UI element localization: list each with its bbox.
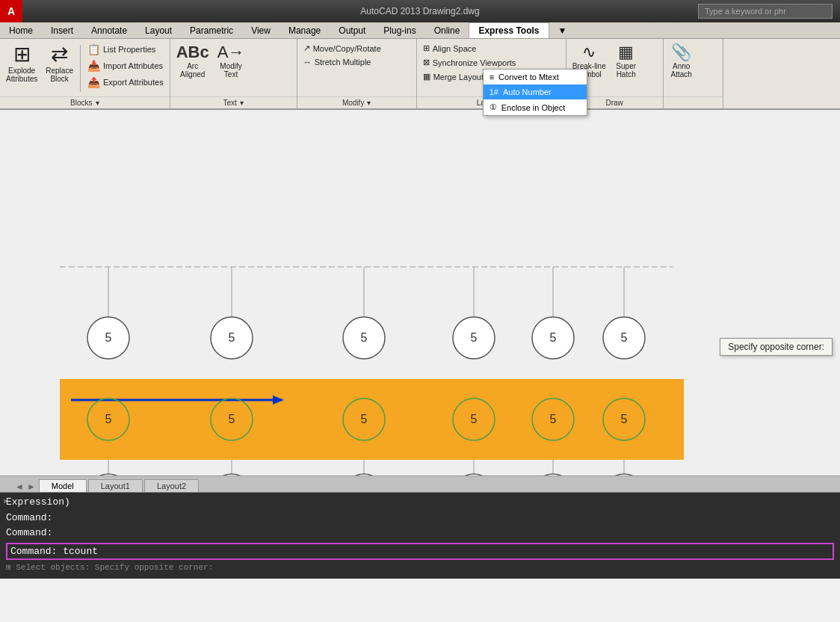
blocks-group-content: ⊞ ExplodeAttributes ⇄ ReplaceBlock 📋 Lis…: [0, 39, 170, 96]
super-hatch-label: SuperHatch: [616, 62, 636, 78]
menubar: Home Insert Annotate Layout Parametric V…: [0, 22, 840, 39]
menu-manage[interactable]: Manage: [280, 22, 330, 38]
cmd-prompt: ⊞ Select objects: Specify opposite corne…: [6, 563, 213, 572]
blocks-group: ⊞ ExplodeAttributes ⇄ ReplaceBlock 📋 Lis…: [0, 39, 170, 108]
convert-to-mtext-item[interactable]: ≡ Convert to Mtext: [484, 70, 587, 84]
svg-text:5: 5: [229, 413, 235, 425]
anno-attach-button[interactable]: 📎 AnnoAttach: [667, 42, 697, 81]
cmd-input-line[interactable]: Command: tcount: [6, 543, 834, 560]
sync-icon: ⊠: [423, 58, 430, 67]
export-icon: 📤: [87, 76, 100, 88]
text-label-text: Text: [223, 99, 237, 107]
anno-group-content: 📎 AnnoAttach: [664, 39, 723, 96]
list-label: List Properties: [103, 45, 155, 54]
merge-icon: ▦: [423, 72, 430, 81]
stretch-multiple-button[interactable]: ↔ Stretch Multiple: [300, 56, 384, 68]
tab-model[interactable]: Model: [39, 479, 87, 492]
blocks-group-label: Blocks ▾: [0, 96, 170, 108]
enclose-icon: ①: [490, 102, 497, 112]
menu-plugins[interactable]: Plug-ins: [374, 22, 424, 38]
explode-attributes-button[interactable]: ⊞ ExplodeAttributes: [3, 42, 40, 85]
import-attributes-button[interactable]: 📥 Import Attributes: [84, 58, 167, 73]
menu-parametric[interactable]: Parametric: [181, 22, 242, 38]
replace-label: ReplaceBlock: [46, 67, 73, 83]
svg-text:5: 5: [550, 331, 557, 344]
text-dropdown-menu: ≡ Convert to Mtext 1# Auto Number ① Encl…: [483, 69, 587, 116]
search-box[interactable]: Type a keyword or phr: [698, 4, 833, 19]
menu-home[interactable]: Home: [0, 22, 42, 38]
super-hatch-icon: ▦: [618, 44, 634, 61]
auto-number-label: Auto Number: [503, 87, 552, 96]
text-group-label: Text ▾: [170, 96, 297, 108]
menu-online[interactable]: Online: [425, 22, 469, 38]
align-space-label: Align Space: [433, 44, 477, 53]
text-group-content: ABc ArcAligned A→ ModifyText: [170, 39, 297, 96]
text-group: ABc ArcAligned A→ ModifyText ≡ Convert t…: [170, 39, 297, 108]
enclose-label: Enclose in Object: [501, 103, 566, 112]
modify-buttons: ↗ Move/Copy/Rotate ↔ Stretch Multiple: [300, 42, 384, 68]
convert-label: Convert to Mtext: [498, 73, 559, 81]
menu-view[interactable]: View: [242, 22, 280, 38]
sync-label: Synchronize Viewports: [433, 58, 516, 67]
anno-group: 📎 AnnoAttach: [664, 39, 723, 108]
break-line-icon: ∿: [582, 44, 596, 61]
command-area: ✕ Expression) Command: Command: Command:…: [0, 493, 840, 579]
svg-rect-20: [60, 379, 684, 460]
enclose-in-object-item[interactable]: ① Enclose in Object: [484, 99, 587, 115]
modify-text-icon: A→: [217, 44, 245, 61]
cmd-line-3: Command:: [6, 526, 834, 541]
cmd-close-button[interactable]: ✕: [3, 496, 8, 507]
autocad-logo: A: [0, 0, 22, 22]
tab-layout2[interactable]: Layout2: [144, 479, 199, 492]
synchronize-viewports-button[interactable]: ⊠ Synchronize Viewports: [420, 56, 519, 69]
svg-text:5: 5: [621, 413, 628, 425]
viewport[interactable]: [-][Top][2D Wireframe] 5 5 5 5 5 5: [0, 110, 840, 476]
export-attributes-button[interactable]: 📤 Export Attributes: [84, 75, 167, 90]
tab-nav-left[interactable]: ◄: [15, 481, 24, 492]
export-label: Export Attributes: [103, 78, 164, 87]
svg-text:5: 5: [361, 331, 368, 344]
replace-block-button[interactable]: ⇄ ReplaceBlock: [43, 42, 76, 85]
menu-dropdown[interactable]: ▼: [549, 22, 576, 38]
replace-icon: ⇄: [51, 44, 68, 65]
blocks-dropdown-icon[interactable]: ▾: [96, 99, 99, 107]
drawing-canvas[interactable]: 5 5 5 5 5 5 5 5 5 5 5 5: [0, 110, 840, 476]
tab-layout1[interactable]: Layout1: [88, 479, 143, 492]
arc-aligned-button[interactable]: ABc ArcAligned: [173, 42, 212, 81]
import-icon: 📥: [87, 60, 100, 72]
menu-annotate[interactable]: Annotate: [82, 22, 136, 38]
specify-corner-box: Specify opposite corner:: [720, 338, 833, 356]
super-hatch-button[interactable]: ▦ SuperHatch: [611, 42, 641, 81]
menu-output[interactable]: Output: [330, 22, 374, 38]
menu-insert[interactable]: Insert: [42, 22, 82, 38]
menu-express-tools[interactable]: Express Tools: [469, 22, 549, 38]
svg-text:5: 5: [361, 413, 368, 425]
svg-text:5: 5: [471, 413, 478, 425]
blocks-label-text: Blocks: [70, 99, 92, 107]
modify-dropdown-icon[interactable]: ▾: [367, 99, 371, 107]
move-copy-rotate-button[interactable]: ↗ Move/Copy/Rotate: [300, 42, 384, 55]
arc-aligned-icon: ABc: [176, 44, 209, 61]
titlebar: A AutoCAD 2013 Drawing2.dwg Type a keywo…: [0, 0, 840, 22]
list-properties-button[interactable]: 📋 List Properties: [84, 42, 167, 57]
align-space-icon: ⊞: [423, 43, 430, 53]
draw-label-text: Draw: [606, 99, 623, 107]
stretch-icon: ↔: [303, 58, 312, 67]
align-space-button[interactable]: ⊞ Align Space: [420, 42, 519, 55]
auto-number-icon: 1#: [490, 87, 498, 96]
menu-layout[interactable]: Layout: [136, 22, 181, 38]
text-dropdown-icon[interactable]: ▾: [240, 99, 244, 107]
tabbar: ◄ ► Model Layout1 Layout2: [0, 476, 840, 493]
import-label: Import Attributes: [103, 61, 163, 70]
anno-group-label: [664, 96, 723, 108]
svg-text:5: 5: [105, 331, 112, 344]
arc-aligned-label: ArcAligned: [180, 62, 205, 78]
auto-number-item[interactable]: 1# Auto Number: [484, 84, 587, 99]
stretch-label: Stretch Multiple: [315, 58, 371, 67]
tab-nav-right[interactable]: ►: [27, 481, 36, 492]
modify-text-button[interactable]: A→ ModifyText: [214, 42, 248, 81]
modify-group-content: ↗ Move/Copy/Rotate ↔ Stretch Multiple: [297, 39, 416, 96]
svg-text:5: 5: [229, 331, 235, 344]
cmd-input-text: Command: tcount: [10, 546, 98, 557]
svg-text:5: 5: [621, 331, 628, 344]
